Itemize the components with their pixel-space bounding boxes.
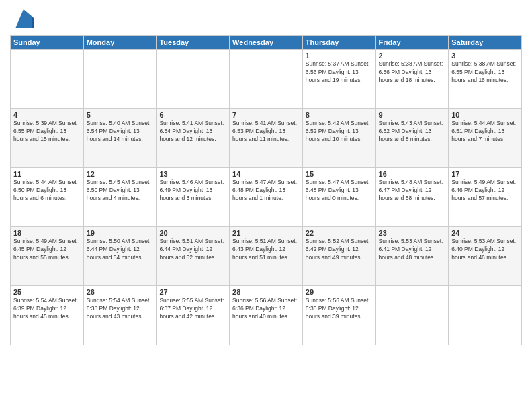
day-number: 29 <box>306 288 373 296</box>
week-row-3: 11Sunrise: 5:44 AM Sunset: 6:50 PM Dayli… <box>11 168 522 227</box>
day-number: 11 <box>13 170 81 178</box>
calendar-cell: 14Sunrise: 5:47 AM Sunset: 6:48 PM Dayli… <box>230 168 303 227</box>
day-number: 15 <box>306 170 373 178</box>
calendar-cell: 12Sunrise: 5:45 AM Sunset: 6:50 PM Dayli… <box>83 168 157 227</box>
calendar-cell <box>157 50 230 109</box>
svg-marker-0 <box>15 9 32 28</box>
calendar-cell: 20Sunrise: 5:51 AM Sunset: 6:44 PM Dayli… <box>157 227 230 286</box>
day-info: Sunrise: 5:44 AM Sunset: 6:50 PM Dayligh… <box>13 179 81 203</box>
week-row-2: 4Sunrise: 5:39 AM Sunset: 6:55 PM Daylig… <box>11 109 522 168</box>
day-number: 14 <box>232 170 300 178</box>
calendar-cell <box>375 286 449 345</box>
calendar-cell: 3Sunrise: 5:38 AM Sunset: 6:55 PM Daylig… <box>449 50 522 109</box>
calendar-cell: 1Sunrise: 5:37 AM Sunset: 6:56 PM Daylig… <box>302 50 375 109</box>
day-number: 1 <box>306 52 373 60</box>
day-number: 2 <box>379 52 446 60</box>
logo-icon <box>13 9 34 31</box>
calendar-cell: 23Sunrise: 5:53 AM Sunset: 6:41 PM Dayli… <box>375 227 449 286</box>
calendar-cell: 11Sunrise: 5:44 AM Sunset: 6:50 PM Dayli… <box>11 168 84 227</box>
calendar-cell: 4Sunrise: 5:39 AM Sunset: 6:55 PM Daylig… <box>11 109 84 168</box>
calendar-cell: 5Sunrise: 5:40 AM Sunset: 6:54 PM Daylig… <box>83 109 157 168</box>
calendar-cell: 17Sunrise: 5:49 AM Sunset: 6:46 PM Dayli… <box>449 168 522 227</box>
weekday-header-monday: Monday <box>83 36 157 50</box>
weekday-header-row: SundayMondayTuesdayWednesdayThursdayFrid… <box>11 36 522 50</box>
day-info: Sunrise: 5:47 AM Sunset: 6:48 PM Dayligh… <box>232 179 300 203</box>
calendar: SundayMondayTuesdayWednesdayThursdayFrid… <box>10 35 522 345</box>
page: SundayMondayTuesdayWednesdayThursdayFrid… <box>0 0 532 411</box>
calendar-cell: 8Sunrise: 5:42 AM Sunset: 6:52 PM Daylig… <box>302 109 375 168</box>
day-info: Sunrise: 5:54 AM Sunset: 6:38 PM Dayligh… <box>87 297 154 321</box>
calendar-cell: 7Sunrise: 5:41 AM Sunset: 6:53 PM Daylig… <box>230 109 303 168</box>
day-info: Sunrise: 5:51 AM Sunset: 6:44 PM Dayligh… <box>159 238 226 262</box>
day-info: Sunrise: 5:53 AM Sunset: 6:41 PM Dayligh… <box>379 238 446 262</box>
calendar-cell: 24Sunrise: 5:53 AM Sunset: 6:40 PM Dayli… <box>449 227 522 286</box>
calendar-cell <box>83 50 157 109</box>
calendar-cell: 10Sunrise: 5:44 AM Sunset: 6:51 PM Dayli… <box>449 109 522 168</box>
calendar-cell: 16Sunrise: 5:48 AM Sunset: 6:47 PM Dayli… <box>375 168 449 227</box>
day-number: 10 <box>451 111 519 119</box>
week-row-1: 1Sunrise: 5:37 AM Sunset: 6:56 PM Daylig… <box>11 50 522 109</box>
weekday-header-friday: Friday <box>375 36 449 50</box>
day-info: Sunrise: 5:48 AM Sunset: 6:47 PM Dayligh… <box>379 179 446 203</box>
day-number: 18 <box>13 229 81 237</box>
header <box>10 7 522 31</box>
day-info: Sunrise: 5:47 AM Sunset: 6:48 PM Dayligh… <box>306 179 373 203</box>
day-number: 27 <box>159 288 226 296</box>
calendar-cell: 26Sunrise: 5:54 AM Sunset: 6:38 PM Dayli… <box>83 286 157 345</box>
day-info: Sunrise: 5:41 AM Sunset: 6:53 PM Dayligh… <box>232 120 300 144</box>
day-number: 17 <box>451 170 519 178</box>
day-info: Sunrise: 5:42 AM Sunset: 6:52 PM Dayligh… <box>306 120 373 144</box>
calendar-cell: 18Sunrise: 5:49 AM Sunset: 6:45 PM Dayli… <box>11 227 84 286</box>
calendar-cell: 28Sunrise: 5:56 AM Sunset: 6:36 PM Dayli… <box>230 286 303 345</box>
day-number: 12 <box>87 170 154 178</box>
svg-marker-1 <box>32 16 34 28</box>
calendar-cell: 15Sunrise: 5:47 AM Sunset: 6:48 PM Dayli… <box>302 168 375 227</box>
day-info: Sunrise: 5:53 AM Sunset: 6:40 PM Dayligh… <box>451 238 519 262</box>
day-number: 26 <box>87 288 154 296</box>
calendar-cell: 13Sunrise: 5:46 AM Sunset: 6:49 PM Dayli… <box>157 168 230 227</box>
day-info: Sunrise: 5:50 AM Sunset: 6:44 PM Dayligh… <box>87 238 154 262</box>
day-number: 5 <box>87 111 154 119</box>
calendar-cell <box>11 50 84 109</box>
day-info: Sunrise: 5:44 AM Sunset: 6:51 PM Dayligh… <box>451 120 519 144</box>
day-info: Sunrise: 5:55 AM Sunset: 6:37 PM Dayligh… <box>159 297 226 321</box>
calendar-cell <box>449 286 522 345</box>
day-info: Sunrise: 5:39 AM Sunset: 6:55 PM Dayligh… <box>13 120 81 144</box>
day-number: 19 <box>87 229 154 237</box>
calendar-cell: 9Sunrise: 5:43 AM Sunset: 6:52 PM Daylig… <box>375 109 449 168</box>
day-number: 3 <box>451 52 519 60</box>
calendar-cell: 29Sunrise: 5:56 AM Sunset: 6:35 PM Dayli… <box>302 286 375 345</box>
day-info: Sunrise: 5:38 AM Sunset: 6:56 PM Dayligh… <box>379 60 446 85</box>
day-number: 25 <box>13 288 81 296</box>
day-info: Sunrise: 5:54 AM Sunset: 6:39 PM Dayligh… <box>13 297 81 321</box>
day-info: Sunrise: 5:51 AM Sunset: 6:43 PM Dayligh… <box>232 238 300 262</box>
weekday-header-wednesday: Wednesday <box>230 36 303 50</box>
day-number: 21 <box>232 229 300 237</box>
day-info: Sunrise: 5:37 AM Sunset: 6:56 PM Dayligh… <box>306 60 373 85</box>
day-info: Sunrise: 5:49 AM Sunset: 6:45 PM Dayligh… <box>13 238 81 262</box>
logo <box>10 9 34 31</box>
day-info: Sunrise: 5:43 AM Sunset: 6:52 PM Dayligh… <box>379 120 446 144</box>
day-info: Sunrise: 5:56 AM Sunset: 6:36 PM Dayligh… <box>232 297 300 321</box>
day-info: Sunrise: 5:49 AM Sunset: 6:46 PM Dayligh… <box>451 179 519 203</box>
day-info: Sunrise: 5:38 AM Sunset: 6:55 PM Dayligh… <box>451 60 519 85</box>
day-number: 6 <box>159 111 226 119</box>
calendar-cell: 2Sunrise: 5:38 AM Sunset: 6:56 PM Daylig… <box>375 50 449 109</box>
calendar-cell: 21Sunrise: 5:51 AM Sunset: 6:43 PM Dayli… <box>230 227 303 286</box>
day-number: 23 <box>379 229 446 237</box>
day-info: Sunrise: 5:45 AM Sunset: 6:50 PM Dayligh… <box>87 179 154 203</box>
day-number: 20 <box>159 229 226 237</box>
calendar-cell: 19Sunrise: 5:50 AM Sunset: 6:44 PM Dayli… <box>83 227 157 286</box>
day-number: 8 <box>306 111 373 119</box>
day-number: 7 <box>232 111 300 119</box>
day-number: 4 <box>13 111 81 119</box>
calendar-cell: 22Sunrise: 5:52 AM Sunset: 6:42 PM Dayli… <box>302 227 375 286</box>
weekday-header-thursday: Thursday <box>302 36 375 50</box>
day-number: 13 <box>159 170 226 178</box>
weekday-header-saturday: Saturday <box>449 36 522 50</box>
day-info: Sunrise: 5:41 AM Sunset: 6:54 PM Dayligh… <box>159 120 226 144</box>
calendar-cell: 27Sunrise: 5:55 AM Sunset: 6:37 PM Dayli… <box>157 286 230 345</box>
day-number: 24 <box>451 229 519 237</box>
weekday-header-tuesday: Tuesday <box>157 36 230 50</box>
day-number: 16 <box>379 170 446 178</box>
